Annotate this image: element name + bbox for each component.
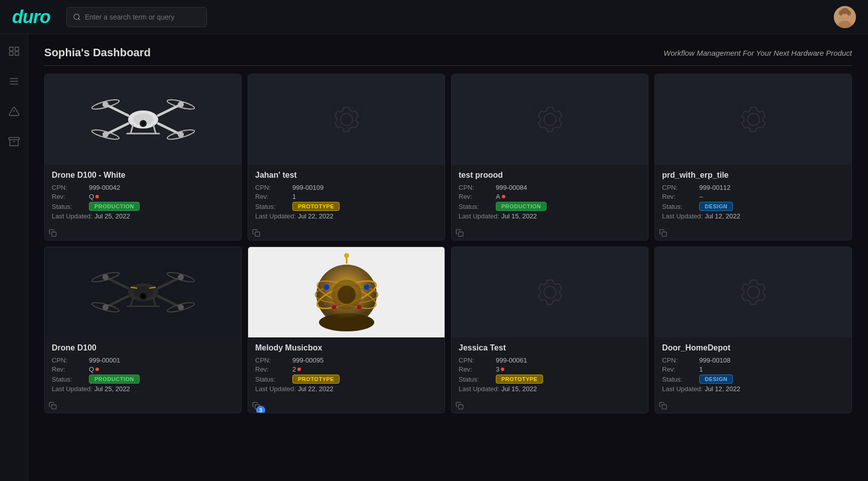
status-badge: PRODUCTION (496, 202, 547, 211)
svg-point-58 (178, 304, 184, 310)
svg-rect-12 (15, 52, 18, 55)
cpn-value: 999-00108 (699, 356, 730, 364)
updated-value: Jul 12, 2022 (705, 385, 740, 393)
svg-rect-42 (662, 232, 667, 236)
status-row: Status: PRODUCTION (459, 202, 641, 211)
updated-label: Last Updated: (662, 212, 703, 220)
updated-row: Last Updated: Jul 12, 2022 (662, 212, 844, 220)
status-row: Status: PRODUCTION (52, 202, 234, 211)
search-box[interactable] (66, 7, 207, 27)
status-badge: PROTOTYPE (292, 202, 340, 211)
copy-button[interactable] (453, 226, 467, 240)
cpn-value: 999-00061 (496, 356, 527, 364)
svg-rect-64 (52, 405, 56, 409)
status-row: Status: DESIGN (662, 375, 844, 384)
card-image (655, 247, 851, 337)
updated-value: Jul 15, 2022 (501, 212, 537, 220)
rev-label: Rev: (255, 366, 290, 373)
cpn-row: CPN: 999-00084 (459, 184, 641, 191)
svg-point-34 (102, 132, 108, 138)
rev-row: Rev: 3 (459, 366, 641, 373)
cpn-label: CPN: (255, 184, 290, 191)
updated-value: Jul 15, 2022 (501, 385, 537, 393)
copy-button[interactable] (46, 226, 60, 240)
sidebar-item-archive[interactable] (5, 133, 23, 151)
rev-value: 3 (496, 366, 504, 373)
svg-point-77 (357, 305, 362, 310)
svg-point-8 (847, 11, 851, 16)
cpn-row: CPN: 999-00042 (52, 184, 234, 191)
rev-label: Rev: (662, 193, 697, 200)
project-card[interactable]: test proood CPN: 999-00084 Rev: A Status… (451, 74, 648, 240)
copy-button[interactable] (656, 399, 670, 413)
card-name: Door_HomeDepot (662, 343, 844, 352)
updated-value: Jul 22, 2022 (298, 385, 334, 393)
rev-label: Rev: (459, 366, 494, 373)
cpn-row: CPN: 999-00061 (459, 356, 641, 364)
rev-label: Rev: (459, 193, 494, 200)
copy-button[interactable] (453, 399, 467, 413)
rev-dot (95, 368, 99, 371)
status-label: Status: (459, 376, 494, 383)
cpn-row: CPN: 999-00108 (662, 356, 844, 364)
sidebar-item-warning[interactable] (5, 102, 23, 121)
svg-rect-10 (15, 47, 18, 51)
status-row: Status: PROTOTYPE (459, 375, 641, 384)
status-badge: DESIGN (699, 375, 733, 384)
rev-value: Q (89, 193, 99, 200)
svg-rect-18 (9, 138, 19, 140)
copy-button[interactable] (656, 226, 670, 240)
card-name: prd_with_erp_tile (662, 171, 844, 180)
updated-row: Last Updated: Jul 12, 2022 (662, 385, 844, 393)
sidebar-item-list[interactable] (5, 72, 23, 90)
search-input[interactable] (85, 13, 200, 21)
project-card[interactable]: Jahan' test CPN: 999-00109 Rev: 1 Status… (248, 74, 445, 240)
svg-line-61 (131, 297, 133, 306)
updated-value: Jul 25, 2022 (94, 385, 130, 393)
rev-label: Rev: (52, 193, 87, 200)
svg-rect-79 (459, 405, 463, 409)
updated-label: Last Updated: (459, 385, 499, 393)
svg-point-75 (364, 284, 370, 290)
svg-line-62 (153, 297, 156, 306)
cpn-value: 999-00084 (496, 184, 527, 191)
status-badge: DESIGN (699, 202, 733, 211)
updated-row: Last Updated: Jul 22, 2022 (255, 212, 438, 220)
avatar[interactable] (834, 6, 856, 28)
cpn-label: CPN: (662, 356, 697, 364)
content-area: Sophia's Dashboard Workflow Management F… (28, 34, 868, 481)
status-badge: PRODUCTION (89, 202, 140, 211)
svg-point-57 (102, 304, 108, 310)
project-card[interactable]: Melody Musicbox CPN: 999-00095 Rev: 2 St… (248, 247, 445, 413)
status-label: Status: (662, 203, 697, 210)
svg-point-23 (141, 122, 145, 126)
svg-line-37 (153, 125, 156, 134)
sidebar-item-box[interactable] (5, 42, 23, 60)
project-card[interactable]: Drone D100 CPN: 999-00001 Rev: Q Status:… (44, 247, 242, 413)
copy-button[interactable] (249, 226, 263, 240)
copy-button[interactable] (46, 399, 60, 413)
svg-point-56 (178, 274, 184, 280)
logo: duro (12, 7, 50, 28)
rev-row: Rev: – (662, 193, 844, 200)
svg-point-46 (141, 294, 145, 298)
card-image (452, 74, 648, 165)
status-label: Status: (459, 203, 494, 210)
search-icon (73, 13, 81, 21)
copy-button[interactable]: 3 (249, 399, 263, 413)
svg-point-33 (178, 101, 184, 107)
rev-value: 1 (292, 193, 296, 200)
status-row: Status: PRODUCTION (52, 375, 234, 384)
project-card[interactable]: Jessica Test CPN: 999-00061 Rev: 3 Statu… (451, 247, 648, 413)
svg-rect-11 (9, 52, 13, 55)
cpn-label: CPN: (459, 184, 494, 191)
card-info: CPN: 999-00084 Rev: A Status: PRODUCTION… (459, 184, 641, 220)
rev-row: Rev: 1 (662, 366, 844, 373)
updated-value: Jul 22, 2022 (298, 212, 334, 220)
rev-dot (95, 195, 99, 198)
project-card[interactable]: Door_HomeDepot CPN: 999-00108 Rev: 1 Sta… (655, 247, 852, 413)
project-card[interactable]: prd_with_erp_tile CPN: 999-00112 Rev: – … (655, 74, 852, 240)
card-info: CPN: 999-00109 Rev: 1 Status: PROTOTYPE … (255, 184, 438, 220)
card-body: Jahan' test CPN: 999-00109 Rev: 1 Status… (248, 165, 445, 240)
project-card[interactable]: Drone D100 - White CPN: 999-00042 Rev: Q… (44, 74, 242, 240)
